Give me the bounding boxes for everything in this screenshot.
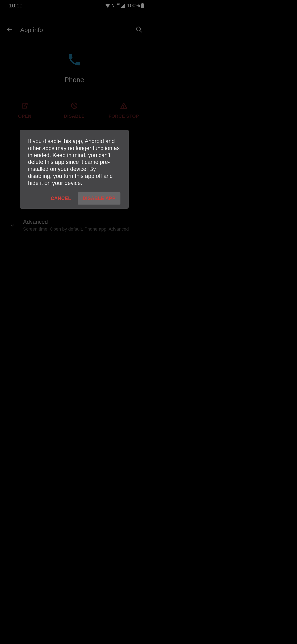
dialog-button-row: CANCEL DISABLE APP bbox=[28, 192, 120, 204]
cancel-button[interactable]: CANCEL bbox=[46, 192, 76, 204]
disable-app-dialog: If you disable this app, Android and oth… bbox=[20, 130, 129, 209]
disable-app-confirm-button[interactable]: DISABLE APP bbox=[78, 192, 120, 204]
dialog-body-text: If you disable this app, Android and oth… bbox=[28, 138, 120, 186]
